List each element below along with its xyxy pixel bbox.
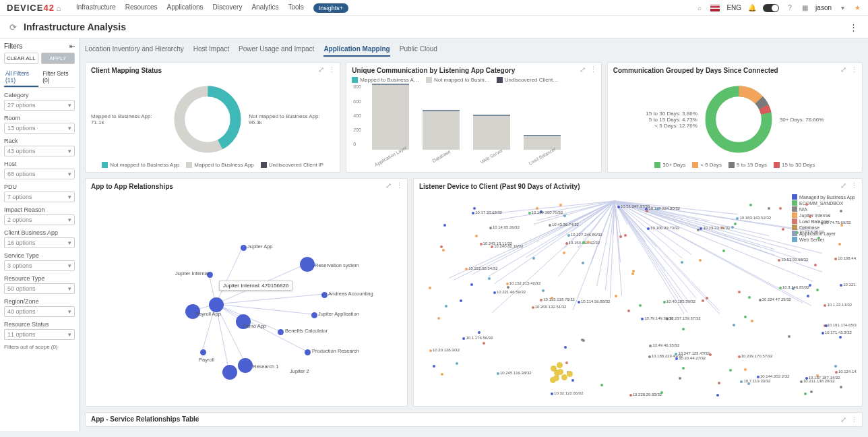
menu-icon[interactable]: ⋮: [590, 65, 597, 74]
user-name[interactable]: jason: [815, 4, 832, 11]
filter-label: Room: [4, 115, 75, 121]
filter-label: Service Type: [4, 252, 75, 259]
card-title: Client Mapping Status: [91, 67, 334, 74]
svg-line-9: [216, 304, 313, 314]
search-icon[interactable]: ⌕: [695, 4, 704, 12]
tab-public-cloud[interactable]: Public Cloud: [400, 45, 437, 57]
menu-icon[interactable]: ⋮: [396, 181, 403, 190]
filter-label: Resource Status: [4, 321, 75, 328]
tab-host-impact[interactable]: Host Impact: [193, 45, 229, 57]
svg-line-25: [605, 201, 615, 290]
nav-infrastructure[interactable]: Infrastructure: [76, 3, 116, 13]
expand-icon[interactable]: ⤢: [385, 181, 392, 190]
menu-icon[interactable]: ⋮: [850, 181, 858, 190]
card-title: App - Service Relationships Table: [91, 415, 857, 423]
filters-label: Filters: [4, 42, 22, 50]
filter-label: Category: [4, 92, 75, 98]
card-app-service-table: App - Service Relationships Table ⤢⋮: [85, 412, 863, 427]
filters-oos[interactable]: Filters out of scope (0): [4, 344, 75, 350]
donut-chart: [702, 82, 776, 156]
refresh-icon[interactable]: ⟳: [9, 22, 17, 32]
filter-select-pdu[interactable]: 7 options▾: [4, 192, 75, 202]
nav-applications[interactable]: Applications: [167, 3, 204, 13]
card-unique-comm: Unique Communication by Listening App Ca…: [346, 62, 601, 173]
nav-analytics[interactable]: Analytics: [251, 3, 278, 13]
svg-line-6: [216, 247, 243, 304]
menu-icon[interactable]: ⋮: [850, 415, 858, 424]
card-title: Listener Device to Client (Past 90 Days …: [419, 183, 857, 190]
card-app-to-app: App to App Relationships ⤢⋮ Jupiter Inte…: [85, 178, 408, 407]
filter-select-region-zone[interactable]: 40 options▾: [4, 306, 75, 317]
flag-icon: [710, 5, 720, 11]
svg-line-60: [615, 201, 687, 313]
filter-label: Impact Reason: [4, 206, 75, 213]
top-right: ⌕ ENG 🔔 ? ▦ jason ▾ ★: [695, 4, 861, 12]
help-icon[interactable]: ?: [786, 4, 794, 12]
insights-button[interactable]: Insights+: [313, 3, 348, 13]
menu-icon[interactable]: ⋮: [850, 65, 858, 74]
lang-label[interactable]: ENG: [726, 4, 741, 11]
filter-select-category[interactable]: 27 options▾: [4, 100, 75, 111]
svg-line-32: [615, 201, 803, 303]
sub-tabs: Location Inventory and Hierarchy Host Im…: [85, 42, 863, 62]
card-listener-device: Listener Device to Client (Past 90 Days …: [413, 178, 863, 407]
filter-label: Resource Type: [4, 275, 75, 282]
filter-label: PDU: [4, 183, 75, 190]
filter-select-impact-reason[interactable]: 2 options▾: [4, 214, 75, 225]
slice-label-30plus: 30+ Days: 78.66%: [780, 117, 824, 123]
filter-label: Region/Zone: [4, 298, 75, 305]
menu-icon[interactable]: ⋮: [328, 65, 336, 74]
top-bar: DEVICE42 ⌂ Infrastructure Resources Appl…: [0, 0, 868, 16]
page-header: ⟳ Infrastructure Analysis ⋮: [0, 16, 868, 38]
filter-label: Host: [4, 161, 75, 167]
filter-select-resource-type[interactable]: 50 options▾: [4, 283, 75, 294]
filter-select-host[interactable]: 68 options▾: [4, 169, 75, 179]
filter-label: Rack: [4, 138, 75, 144]
collapse-icon[interactable]: ⇤: [69, 42, 75, 50]
logo: DEVICE42: [7, 3, 55, 13]
bell-icon[interactable]: 🔔: [748, 4, 756, 12]
nav-discovery[interactable]: Discovery: [213, 3, 243, 13]
tab-app-mapping[interactable]: Application Mapping: [323, 45, 390, 57]
svg-line-36: [615, 201, 684, 314]
card-days-connected: Communication Grouped by Days Since Conn…: [607, 62, 863, 173]
nav-tools[interactable]: Tools: [288, 3, 303, 13]
filter-sidebar: Filters ⇤ CLEAR ALL APPLY All Filters (1…: [0, 38, 80, 431]
filter-select-resource-status[interactable]: 11 options▾: [4, 329, 75, 340]
content: Location Inventory and Hierarchy Host Im…: [80, 38, 868, 431]
bar-chart: 8006004002000 Application Layer Database…: [352, 84, 595, 158]
filter-select-room[interactable]: 13 options▾: [4, 123, 75, 134]
tab-power[interactable]: Power Usage and Impact: [239, 45, 314, 57]
svg-line-8: [216, 294, 323, 304]
tab-location[interactable]: Location Inventory and Hierarchy: [85, 45, 184, 57]
star-icon[interactable]: ★: [853, 4, 861, 12]
slice-label-notmapped: Not mapped to Business App: 96.3k: [249, 113, 334, 125]
chevron-down-icon[interactable]: ▾: [838, 4, 846, 12]
expand-icon[interactable]: ⤢: [840, 415, 846, 424]
page-title: Infrastructure Analysis: [24, 22, 126, 32]
slice-label-mapped: Mapped to Business App: 71.1k: [91, 113, 166, 125]
card-title: Unique Communication by Listening App Ca…: [352, 67, 595, 74]
grid-icon[interactable]: ▦: [801, 4, 809, 12]
nav-resources[interactable]: Resources: [125, 3, 158, 13]
tab-all-filters[interactable]: All Filters (11): [4, 68, 38, 87]
filter-select-service-type[interactable]: 3 options▾: [4, 260, 75, 271]
filter-select-client-business-app[interactable]: 16 options▾: [4, 237, 75, 248]
page-menu-icon[interactable]: ⋮: [849, 22, 859, 32]
tab-filter-sets[interactable]: Filter Sets (0): [41, 68, 75, 87]
home-icon[interactable]: ⌂: [55, 4, 63, 12]
expand-icon[interactable]: ⤢: [840, 181, 846, 190]
expand-icon[interactable]: ⤢: [318, 65, 324, 74]
apply-button[interactable]: APPLY: [41, 53, 75, 64]
clear-all-button[interactable]: CLEAR ALL: [4, 53, 38, 64]
tooltip: Jupiter Internal: 470156826: [219, 281, 292, 291]
dense-network[interactable]: Managed by Business AppECOMM_SANDBOXN/AJ…: [419, 193, 857, 402]
network-graph[interactable]: Jupiter Internal: 470156826 Jupiter App …: [91, 193, 402, 402]
filter-select-rack[interactable]: 43 options▾: [4, 146, 75, 156]
expand-icon[interactable]: ⤢: [840, 65, 846, 74]
top-nav: Infrastructure Resources Applications Di…: [76, 3, 348, 13]
donut-chart: [170, 82, 245, 156]
card-title: App to App Relationships: [91, 183, 402, 190]
expand-icon[interactable]: ⤢: [580, 65, 586, 74]
theme-toggle[interactable]: [763, 4, 779, 12]
